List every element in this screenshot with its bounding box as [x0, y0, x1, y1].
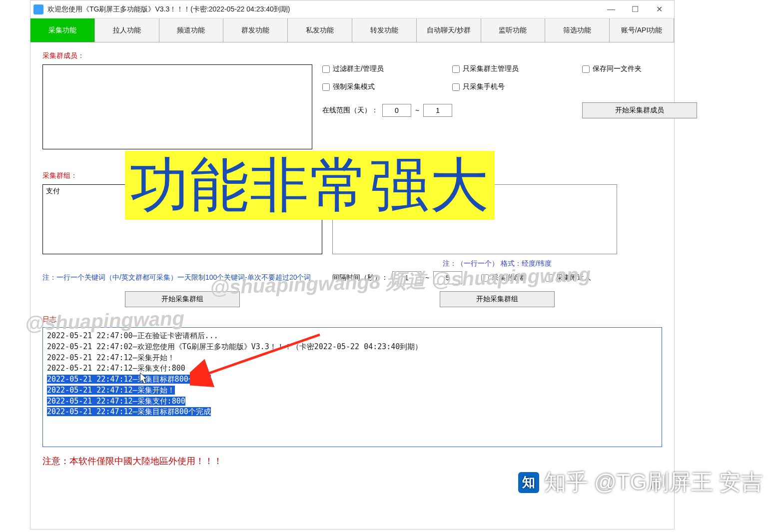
app-window: 欢迎您使用《TG刷屏王多功能版》V3.3！！！(卡密:2022-05-22 04…: [30, 0, 675, 530]
start-collect-members-button[interactable]: 开始采集群成员: [582, 102, 697, 118]
zhihu-icon: 知: [518, 472, 539, 493]
section-log: 日志： 2022-05-21 22:47:00—正在验证卡密请稍后...2022…: [42, 315, 662, 447]
tab-mass[interactable]: 群发功能: [223, 18, 288, 42]
log-line: 2022-05-21 22:47:12—采集支付:800: [47, 363, 658, 374]
cursor-icon: [140, 373, 149, 385]
chk-near-people[interactable]: 采集附近人: [546, 273, 591, 282]
members-heading: 采集群成员：: [42, 51, 662, 60]
tab-collect[interactable]: 采集功能: [30, 18, 95, 42]
log-heading: 日志：: [42, 315, 662, 324]
chk-force-mode[interactable]: 强制采集模式: [322, 82, 437, 91]
content: 采集群成员： 注：- 过滤群主/管理员 只采集群主管理员 保存同一文件夹 强制采…: [30, 42, 674, 476]
tab-bar: 采集功能 拉人功能 频道功能 群发功能 私发功能 转发功能 自动聊天/炒群 监听…: [30, 18, 674, 42]
log-line: 2022-05-21 22:47:12—采集开始！: [47, 385, 658, 396]
online-range-row: 在线范围（天）： ~ 开始采集群成员: [322, 102, 697, 118]
log-line: 2022-05-21 22:47:12—采集开始！: [47, 353, 658, 364]
chk-near-group[interactable]: 采集附近群: [481, 273, 527, 282]
chk-only-phone[interactable]: 只采集手机号: [452, 82, 567, 91]
tab-forward[interactable]: 转发功能: [352, 18, 417, 42]
log-line: 2022-05-21 22:47:12—采集支付:800: [47, 396, 658, 407]
interval-from-input[interactable]: [392, 271, 421, 284]
groups-note-left: 注：一行一个关键词（中/英文群都可采集）一天限制100个关键词-单次不要超过20…: [42, 273, 322, 282]
range-from-input[interactable]: [382, 104, 411, 117]
range-sep: ~: [415, 106, 419, 114]
log-line: 2022-05-21 22:47:12—采集目标群800个完成: [47, 374, 658, 385]
tab-invite[interactable]: 拉人功能: [95, 18, 159, 42]
range-label: 在线范围（天）：: [322, 106, 378, 115]
groups-value: 支付: [46, 187, 60, 195]
section-members: 采集群成员： 注：- 过滤群主/管理员 只采集群主管理员 保存同一文件夹 强制采…: [42, 51, 662, 163]
chk-only-admin[interactable]: 只采集群主管理员: [452, 64, 567, 73]
groups-note-right: 注：（一行一个） 格式：经度/纬度: [332, 259, 662, 268]
watermark-zhihu-text: 知乎 @TG刷屏王 安吉: [544, 468, 763, 497]
close-button[interactable]: ✕: [647, 2, 671, 17]
maximize-button[interactable]: ☐: [623, 2, 647, 17]
log-box[interactable]: 2022-05-21 22:47:00—正在验证卡密请稍后...2022-05-…: [42, 327, 662, 447]
start-collect-groups-left-button[interactable]: 开始采集群组: [125, 291, 240, 307]
tab-accounts[interactable]: 账号/API功能: [610, 18, 674, 42]
chk-filter-admin[interactable]: 过滤群主/管理员: [322, 64, 437, 73]
log-line: 2022-05-21 22:47:02—欢迎您使用《TG刷屏王多功能版》V3.3…: [47, 342, 658, 353]
overlay-banner: 功能非常强大: [125, 151, 495, 220]
footer-warning: 注意：本软件僅限中國大陸地區外使用！！！: [42, 455, 662, 467]
chk-same-folder[interactable]: 保存同一文件夹: [582, 64, 697, 73]
tab-channel[interactable]: 频道功能: [159, 18, 224, 42]
window-title: 欢迎您使用《TG刷屏王多功能版》V3.3！！！(卡密:2022-05-22 04…: [47, 5, 290, 14]
range-to-input[interactable]: [423, 104, 452, 117]
tab-private[interactable]: 私发功能: [288, 18, 352, 42]
titlebar: 欢迎您使用《TG刷屏王多功能版》V3.3！！！(卡密:2022-05-22 04…: [30, 0, 674, 18]
start-collect-groups-right-button[interactable]: 开始采集群组: [440, 291, 555, 307]
window-controls: — ☐ ✕: [599, 2, 671, 17]
members-checks: 过滤群主/管理员 只采集群主管理员 保存同一文件夹 强制采集模式 只采集手机号: [322, 60, 697, 91]
interval-to-input[interactable]: [433, 271, 462, 284]
minimize-button[interactable]: —: [599, 2, 623, 17]
tab-autochat[interactable]: 自动聊天/炒群: [417, 18, 481, 42]
interval-sep: ~: [425, 274, 429, 282]
app-icon: [33, 4, 43, 14]
log-line: 2022-05-21 22:47:00—正在验证卡密请稍后...: [47, 331, 658, 342]
members-textarea[interactable]: [42, 64, 312, 149]
interval-label: 间隔时间（秒）：: [332, 273, 388, 282]
tab-filter[interactable]: 筛选功能: [545, 18, 610, 42]
titlebar-left: 欢迎您使用《TG刷屏王多功能版》V3.3！！！(卡密:2022-05-22 04…: [33, 4, 290, 14]
log-line: 2022-05-21 22:47:12—采集目标群800个完成: [47, 407, 658, 418]
watermark-zhihu: 知 知乎 @TG刷屏王 安吉: [518, 468, 763, 497]
tab-listen[interactable]: 监听功能: [481, 18, 546, 42]
